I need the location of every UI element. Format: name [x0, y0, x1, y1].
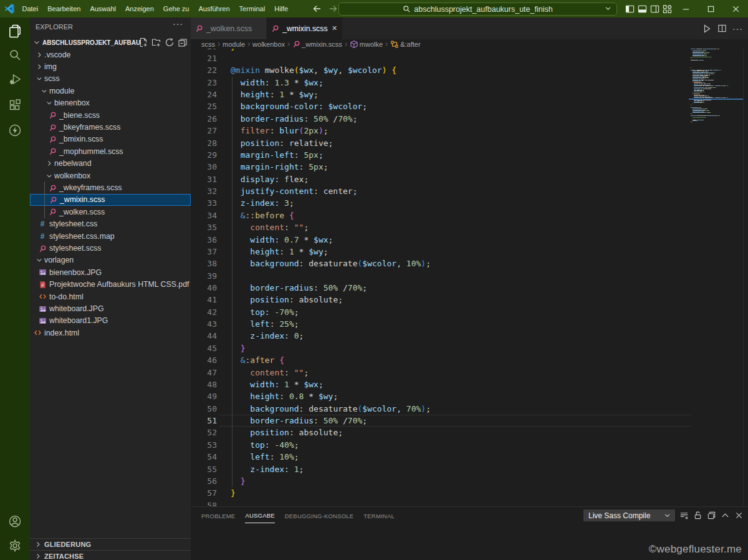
close-window-button[interactable]	[723, 0, 748, 17]
breadcrumb--wmixin.scss[interactable]: _wmixin.scss	[292, 40, 342, 48]
toggle-secondary-sidebar-icon[interactable]	[650, 4, 659, 14]
extensions-activity-icon[interactable]	[7, 98, 22, 113]
outline-section[interactable]: GLIEDERUNG	[30, 538, 191, 550]
maximize-button[interactable]	[698, 0, 723, 17]
panel-tab-probleme[interactable]: PROBLEME	[201, 509, 235, 523]
menu-bearbeiten[interactable]: Bearbeiten	[43, 0, 85, 17]
tree-file-whiteboard1.jpg[interactable]: whiteboard1.JPG	[30, 315, 191, 327]
tree-file-projektwoche-aufbaukurs-html-css.pdf[interactable]: Projektwoche Aufbaukurs HTML CSS.pdf	[30, 279, 191, 291]
breadcrumb-scss[interactable]: scss	[201, 41, 215, 48]
history-forward-button[interactable]	[328, 4, 338, 14]
new-folder-icon[interactable]	[151, 37, 161, 47]
breadcrumb-wolkenbox[interactable]: wolkenbox	[252, 41, 285, 48]
sass-file-icon	[48, 183, 57, 192]
panel-tab-ausgabe[interactable]: AUSGABE	[245, 508, 274, 523]
customize-layout-icon[interactable]	[663, 4, 672, 14]
line-number: 38	[191, 258, 217, 269]
tree-folder-bienenbox[interactable]: bienenbox	[30, 97, 191, 109]
tree-file-stylesheet.css[interactable]: #stylesheet.css	[30, 218, 191, 230]
tree-file--wolken.scss[interactable]: _wolken.scss	[30, 206, 191, 218]
split-editor-icon[interactable]	[717, 24, 727, 33]
tree-file-bienenbox.jpg[interactable]: bienenbox.JPG	[30, 266, 191, 278]
tree-file--bkeyframes.scss[interactable]: _bkeyframes.scss	[30, 121, 191, 133]
search-activity-icon[interactable]	[7, 47, 22, 62]
panel-tab-debugging-konsole[interactable]: DEBUGGING-KONSOLE	[285, 509, 354, 523]
line-number: 43	[191, 318, 217, 330]
close-tab-icon[interactable]: ✕	[331, 24, 338, 32]
breadcrumb-module[interactable]: module	[223, 41, 245, 48]
run-debug-activity-icon[interactable]	[7, 72, 22, 87]
tree-file-stylesheet.css.map[interactable]: #stylesheet.css.map	[30, 230, 191, 242]
line-number: 23	[191, 77, 217, 89]
tree-file-stylesheet.scss[interactable]: stylesheet.scss	[30, 242, 191, 254]
tree-file--wmixin.scss[interactable]: _wmixin.scss	[30, 194, 191, 206]
close-panel-icon[interactable]	[734, 511, 744, 520]
explorer-activity-icon[interactable]	[7, 24, 22, 39]
menu-gehe-zu[interactable]: Gehe zu	[158, 0, 194, 17]
tree-file-index.html[interactable]: index.html	[30, 327, 191, 339]
panel-tab-terminal[interactable]: TERMINAL	[363, 509, 395, 523]
tree-file--wkeyframes.scss[interactable]: _wkeyframes.scss	[30, 181, 191, 193]
tree-folder-scss[interactable]: scss	[30, 73, 191, 85]
thunder-activity-icon[interactable]	[7, 123, 22, 138]
line-number: 56	[191, 475, 217, 487]
tab--wmixin.scss[interactable]: _wmixin.scss✕	[267, 17, 342, 39]
tree-folder-img[interactable]: img	[30, 60, 191, 72]
line-number: 46	[191, 354, 217, 366]
code-line-22: 22@mixin mwolke($wx, $wy, $wcolor) {	[191, 64, 748, 76]
toggle-primary-sidebar-icon[interactable]	[625, 4, 635, 14]
menu-datei[interactable]: Datei	[17, 0, 43, 17]
menu-ausführen[interactable]: Ausführen	[194, 0, 234, 17]
tree-item-label: whiteboard.JPG	[49, 304, 104, 313]
tree-item-label: bienenbox	[54, 99, 90, 107]
explorer-more-actions-icon[interactable]: ···	[173, 19, 183, 29]
settings-activity-icon[interactable]	[7, 538, 22, 553]
command-center-search[interactable]: abschlussprojekt_aufbaukurs_ute_finish	[338, 2, 617, 16]
tree-folder-.vscode[interactable]: .vscode	[30, 49, 191, 60]
tree-file--mophummel.scss[interactable]: _mophummel.scss	[30, 145, 191, 157]
toggle-panel-icon[interactable]	[638, 4, 647, 14]
maximize-panel-icon[interactable]	[721, 511, 730, 520]
tree-folder-vorlagen[interactable]: vorlagen	[30, 254, 191, 266]
history-back-button[interactable]	[312, 4, 322, 14]
tree-file--bmixin.scss[interactable]: _bmixin.scss	[30, 133, 191, 145]
vscode-window: DateiBearbeitenAuswahlAnzeigenGehe zuAus…	[0, 0, 748, 560]
line-number: 40	[191, 282, 217, 294]
tab--wolken.scss[interactable]: _wolken.scss✕	[191, 17, 267, 39]
output-channel-select[interactable]: Live Sass Compile	[583, 509, 675, 521]
code-text: margin-left: 5px;	[231, 149, 324, 161]
clear-output-icon[interactable]	[679, 511, 689, 520]
unlock-icon[interactable]	[693, 511, 702, 520]
new-file-icon[interactable]	[138, 37, 148, 47]
tree-folder-nebelwand[interactable]: nebelwand	[30, 158, 191, 170]
breadcrumb--after[interactable]: &:after	[390, 40, 420, 49]
code-line-42: 42 top: -70%;	[191, 306, 748, 318]
refresh-explorer-icon[interactable]	[165, 37, 175, 47]
open-output-as-editor-icon[interactable]	[707, 511, 716, 520]
minimize-button[interactable]	[673, 0, 698, 17]
tree-file-to-do.html[interactable]: to-do.html	[30, 291, 191, 302]
chevron-down-icon	[605, 5, 611, 12]
more-actions-icon[interactable]: ···	[732, 24, 743, 34]
menu-anzeigen[interactable]: Anzeigen	[120, 0, 158, 17]
account-activity-icon[interactable]	[7, 514, 22, 529]
breadcrumb-mwolke[interactable]: mwolke	[350, 40, 383, 49]
menu-auswahl[interactable]: Auswahl	[85, 0, 121, 17]
timeline-section[interactable]: ZEITACHSE	[30, 550, 191, 560]
project-root-row[interactable]: ABSCHLUSSPROJEKT_AUFBAUKU...	[30, 36, 191, 49]
tree-folder-wolkenbox[interactable]: wolkenbox	[30, 170, 191, 181]
sass-file-icon	[49, 195, 57, 204]
code-text: margin-right: 5px;	[231, 161, 328, 173]
collapse-folders-icon[interactable]	[178, 37, 188, 47]
chevron-down-icon	[46, 99, 53, 107]
code-text: }	[231, 487, 236, 499]
tree-folder-module[interactable]: module	[30, 85, 191, 97]
code-editor[interactable]: 20}2122@mixin mwolke($wx, $wy, $wcolor) …	[191, 49, 748, 506]
tree-file--biene.scss[interactable]: _biene.scss	[30, 109, 191, 121]
menu-terminal[interactable]: Terminal	[234, 0, 270, 17]
tree-file-whiteboard.jpg[interactable]: whiteboard.JPG	[30, 302, 191, 314]
minimap[interactable]	[689, 49, 743, 506]
menu-hilfe[interactable]: Hilfe	[270, 0, 293, 17]
run-button[interactable]	[702, 24, 712, 34]
code-line-37: 37 height: 1 * $wy;	[191, 246, 748, 258]
